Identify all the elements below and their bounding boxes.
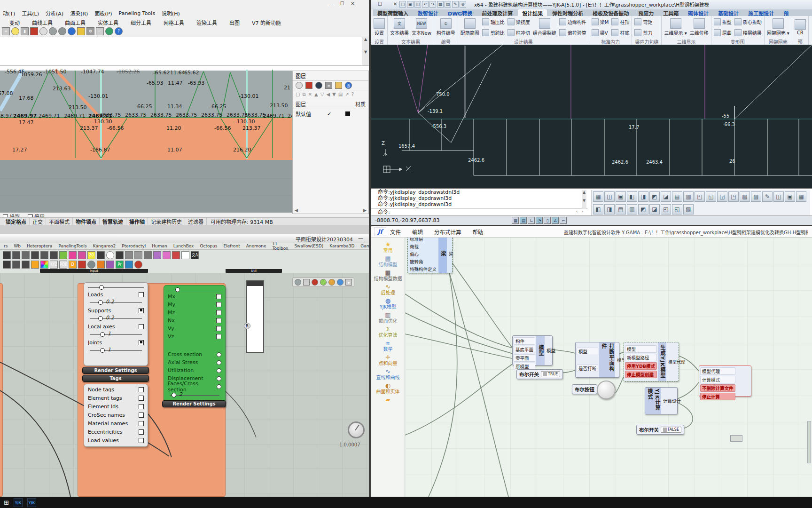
gh-toolbar-icon[interactable]: [12, 261, 20, 269]
status-toggle[interactable]: 记录建构历史: [148, 218, 185, 225]
node-input[interactable]: 特殊构件定义: [409, 266, 437, 272]
sidebar-category[interactable]: ▤ 结构模型: [372, 255, 405, 267]
ribbon-button[interactable]: 边缘构件: [558, 16, 588, 27]
start-button[interactable]: ⊞: [4, 499, 9, 506]
plugin-tab[interactable]: Karamba3D: [329, 244, 354, 248]
gh-toolbar-icon[interactable]: [116, 251, 124, 259]
status-toggle[interactable]: 正交: [30, 218, 46, 225]
view-tool-icon[interactable]: ◰: [695, 191, 705, 202]
sidebar-category[interactable]: ∿ 直线和曲线: [372, 368, 405, 380]
panel-tab-icon[interactable]: ∞: [325, 82, 332, 89]
toolbar-tab[interactable]: 网格工具: [164, 19, 184, 26]
ribbon-tab[interactable]: 弹性时程分析: [548, 9, 587, 16]
canvas-zoom-handle[interactable]: [730, 435, 742, 442]
status-toggle[interactable]: 平面模式: [46, 218, 73, 225]
generate-yjk-model-component[interactable]: 模型新模型路径停用YDB模式停止模型创建 生成YJK模型 模型代理: [624, 342, 679, 381]
ribbon-button[interactable]: 楼层结果: [733, 27, 763, 38]
status-toggle[interactable]: 操作轴: [126, 218, 148, 225]
toolbar-icon[interactable]: [49, 27, 57, 35]
toolbar-icon[interactable]: [39, 27, 47, 35]
ribbon-button[interactable]: 网架网壳 ▾: [765, 16, 791, 38]
tag-checkbox[interactable]: [139, 413, 144, 418]
gh-toolbar-icon[interactable]: 20: [87, 251, 95, 259]
node-output[interactable]: 模型代理: [666, 342, 687, 381]
view-tool-icon[interactable]: ◧: [627, 191, 637, 202]
menu-item[interactable]: 分布式计算: [434, 228, 461, 236]
yjk-command-area[interactable]: 命令:yjkdisplay_dspdrawstdnl3d命令:yjkdispla…: [371, 188, 812, 215]
switch-toggle[interactable]: FALSE: [661, 427, 681, 433]
ribbon-tab[interactable]: 施工图设计: [744, 9, 778, 16]
layer-tool-icon[interactable]: ▽: [320, 92, 324, 97]
node-input[interactable]: 停用YDB模式: [625, 362, 657, 370]
toolbar-icon[interactable]: [58, 27, 66, 35]
plugin-tab[interactable]: Kangaroo2: [93, 244, 116, 248]
qat-icon[interactable]: ✎: [452, 1, 459, 8]
layer-tool-icon[interactable]: ▲: [314, 92, 318, 97]
menu-item[interactable]: 工具(L): [22, 9, 39, 17]
tags-button[interactable]: Tags: [82, 375, 149, 382]
node-input[interactable]: 不删除计算文件: [700, 384, 735, 392]
view-tool-icon[interactable]: ◨: [604, 204, 615, 214]
gh-toolbar-icon[interactable]: 文A: [191, 251, 199, 259]
sidebar-category[interactable]: ▥ 截面优化: [372, 312, 405, 324]
node-input[interactable]: 模型: [625, 345, 657, 353]
view-tool-icon[interactable]: ▦: [796, 191, 806, 202]
render-mode-row[interactable]: Cross section: [164, 350, 225, 358]
beam-component[interactable]: 标准层荷载偏心旋转角特殊构件定义 梁 梁: [407, 238, 453, 273]
display-mode-icon[interactable]: [320, 279, 327, 286]
gh-toolbar-icon[interactable]: [97, 261, 105, 269]
ribbon-button[interactable]: 梁M: [590, 16, 610, 27]
view-tool-icon[interactable]: ◰: [661, 204, 671, 214]
compass-widget[interactable]: [348, 421, 365, 438]
gh-toolbar-icon[interactable]: [163, 251, 171, 259]
view-tool-icon[interactable]: ▨: [751, 191, 761, 202]
gh-toolbar-icon[interactable]: [69, 251, 77, 259]
gh-canvas[interactable]: Loads 0.2 Supports 0.2 Local axes 1 Join…: [0, 273, 369, 497]
display-mode-icon[interactable]: [328, 279, 335, 286]
menu-item[interactable]: 分析(A): [46, 9, 63, 17]
menu-item[interactable]: 文件: [390, 228, 401, 236]
toolbar-icon[interactable]: ▮: [21, 27, 29, 35]
ribbon-tab[interactable]: 前处理及计算: [477, 9, 517, 16]
toolbar-icon[interactable]: ⚙: [86, 27, 94, 35]
sidebar-category[interactable]: ◍ YJK模型: [372, 298, 405, 310]
qat-icon[interactable]: ⊗: [460, 1, 466, 8]
model-component[interactable]: 构件基底平面零平面原模型 模型 模型: [512, 335, 553, 365]
view-tool-icon[interactable]: ▣: [785, 191, 795, 202]
toolbar-icon[interactable]: ?: [115, 27, 123, 35]
render-settings-button[interactable]: Render Settings: [82, 367, 149, 374]
window-control-button[interactable]: ☐: [340, 1, 344, 6]
ribbon-tab[interactable]: 楼板及设备振动: [588, 9, 633, 16]
node-input[interactable]: 新模型路径: [625, 354, 657, 361]
view-tool-icon[interactable]: ▥: [683, 191, 694, 202]
gh-toolbar-icon[interactable]: [22, 251, 30, 259]
joints-checkbox[interactable]: [139, 340, 144, 345]
gh-toolbar-icon[interactable]: [40, 251, 48, 259]
toolbar-icon[interactable]: ⌐: [96, 27, 104, 35]
sidebar-category[interactable]: ✛ 点和向量: [372, 354, 405, 366]
drafting-toggle[interactable]: ▦: [512, 217, 519, 224]
switch-toggle[interactable]: TRUE: [541, 371, 560, 377]
plugin-tab[interactable]: Octopus: [200, 244, 217, 248]
gh-toolbar-icon[interactable]: POB: [59, 261, 67, 269]
ribbon-button[interactable]: CR: [793, 16, 807, 38]
gh-toolbar-icon[interactable]: [153, 251, 161, 259]
view-tool-icon[interactable]: ✎: [762, 191, 773, 202]
menu-item[interactable]: 动(T): [3, 9, 15, 17]
gh-toolbar-icon[interactable]: [134, 251, 142, 259]
tag-checkbox[interactable]: [139, 387, 144, 392]
node-input[interactable]: 停止模型创建: [625, 371, 657, 378]
view-tool-icon[interactable]: ▥: [627, 204, 637, 214]
drafting-toggle[interactable]: ◔: [536, 217, 543, 224]
ribbon-button[interactable]: 轴压比: [481, 16, 506, 27]
plugin-tab[interactable]: rs: [4, 244, 8, 248]
ribbon-button[interactable]: 梁挠度: [506, 16, 531, 27]
ribbon-button[interactable]: 质心振动: [733, 16, 763, 27]
gh-toolbar-icon[interactable]: [144, 251, 152, 259]
ribbon-button[interactable]: 三维位移: [688, 16, 710, 38]
toolbar-icon[interactable]: [68, 27, 76, 35]
ribbon-button[interactable]: 剪力: [633, 27, 654, 38]
gh-toolbar-icon[interactable]: [50, 251, 58, 259]
toolbar-tab[interactable]: 渲染工具: [196, 19, 217, 26]
gh-toolbar-icon[interactable]: f(x): [181, 251, 189, 259]
